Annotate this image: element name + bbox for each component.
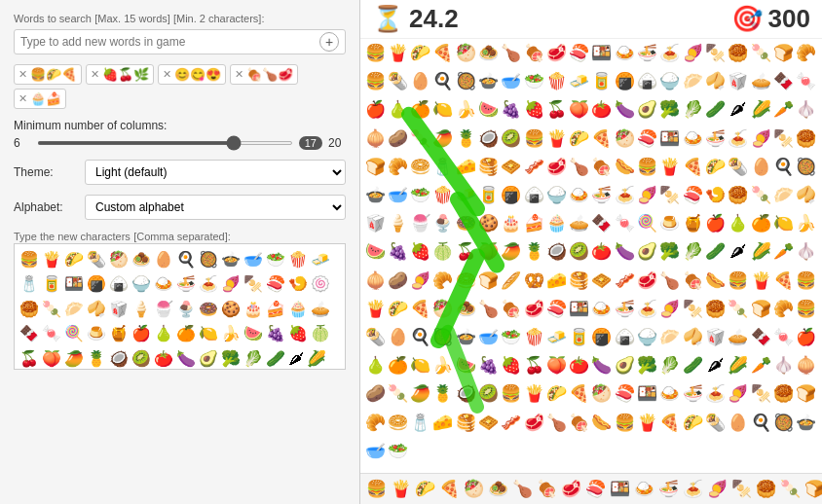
char-cell[interactable]: 🥚 [153, 248, 174, 271]
char-cell[interactable]: 🥣 [243, 248, 264, 271]
game-cell[interactable]: 🍇 [387, 241, 408, 263]
game-cell[interactable]: 🍅 [591, 99, 613, 121]
game-cell[interactable]: 🍖 [501, 299, 522, 320]
char-cell[interactable]: 🍈 [310, 322, 331, 345]
game-cell[interactable]: 🥬 [659, 355, 681, 377]
char-cell[interactable]: 🍑 [41, 347, 62, 370]
game-cell[interactable]: 🥨 [523, 270, 544, 292]
game-cell[interactable]: 🍣 [545, 299, 567, 320]
char-cell[interactable]: 🧁 [287, 298, 309, 321]
game-cell[interactable]: 🍟 [545, 128, 567, 150]
game-cell[interactable]: 🥕 [750, 355, 771, 377]
game-cell[interactable]: 🥡 [728, 71, 749, 92]
char-cell[interactable]: 🍿 [287, 248, 309, 271]
char-cell[interactable]: 🍳 [175, 248, 197, 271]
game-cell[interactable]: 🍫 [750, 327, 771, 348]
game-cell[interactable]: 🌮 [569, 128, 590, 150]
game-cell[interactable]: 🍐 [387, 99, 408, 121]
game-cell[interactable]: 🍣 [637, 128, 658, 150]
char-cell[interactable]: 🥘 [198, 248, 219, 271]
char-cell[interactable]: 🍜 [175, 272, 197, 296]
game-cell[interactable]: 🥡 [364, 213, 386, 234]
game-cell[interactable]: 🥓 [614, 270, 635, 292]
game-cell[interactable]: 🍔 [796, 299, 817, 320]
game-cell[interactable]: 🍢 [682, 299, 703, 320]
game-cell[interactable]: 🍎 [364, 99, 386, 121]
game-cell[interactable]: 🥩 [545, 157, 567, 178]
game-cell[interactable]: 🍘 [501, 185, 522, 206]
game-cell[interactable]: 🥑 [637, 99, 658, 121]
char-cell[interactable]: 🍓 [287, 322, 309, 345]
game-cell[interactable]: 🍕 [591, 128, 613, 150]
game-cell[interactable]: 🥗 [387, 441, 408, 462]
game-cell[interactable]: 🧅 [796, 355, 817, 377]
game-cell[interactable]: 🍔 [523, 128, 544, 150]
game-cell[interactable]: 🥕 [772, 99, 794, 121]
char-cell[interactable]: 🍨 [175, 298, 197, 321]
game-cell[interactable]: 🥠 [682, 327, 703, 348]
game-cell[interactable]: 🥓 [523, 157, 544, 178]
game-cell[interactable]: 🍿 [545, 71, 567, 92]
game-cell[interactable]: 🥝 [477, 383, 499, 405]
char-cell[interactable]: 🍮 [86, 322, 107, 345]
game-cell[interactable]: 🍩 [455, 213, 476, 234]
char-cell[interactable]: 🍡 [41, 298, 62, 321]
game-cell[interactable]: 🥬 [682, 99, 703, 121]
game-cell[interactable]: 🍡 [410, 128, 431, 150]
game-cell[interactable]: 🧈 [545, 327, 567, 348]
game-cell[interactable]: 🥯 [455, 270, 476, 292]
game-cell[interactable]: 🍞 [796, 383, 817, 405]
game-cell[interactable]: 🍔 [501, 383, 522, 405]
game-cell[interactable]: 🥡 [704, 327, 726, 348]
char-cell[interactable]: 🥝 [131, 347, 152, 370]
game-cell[interactable]: 🍘 [614, 71, 635, 92]
game-cell[interactable]: 🍫 [772, 71, 794, 92]
game-cell[interactable]: 🥯 [387, 413, 408, 434]
char-cell[interactable]: 🍲 [220, 248, 242, 271]
game-cell[interactable]: 🥚 [387, 327, 408, 348]
char-cell[interactable]: 🥠 [86, 298, 107, 321]
game-cell[interactable]: 🍳 [432, 71, 454, 92]
char-cell[interactable]: 🥫 [41, 272, 62, 296]
game-cell[interactable]: 🥩 [637, 270, 658, 292]
char-cell[interactable]: 🍐 [153, 322, 174, 345]
game-cell[interactable]: 🍯 [682, 213, 703, 234]
game-cell[interactable]: 🥞 [569, 270, 590, 292]
char-cell[interactable]: 🍧 [153, 298, 174, 321]
game-cell[interactable]: 🍟 [750, 270, 771, 292]
game-cell[interactable]: 🍔 [364, 43, 386, 64]
game-cell[interactable]: 🍕 [432, 43, 454, 64]
game-cell[interactable]: 🍖 [523, 43, 544, 64]
game-cell[interactable]: 🥦 [659, 241, 681, 263]
game-cell[interactable]: 🍗 [545, 413, 567, 434]
game-cell[interactable]: 🍙 [614, 327, 635, 348]
game-cell[interactable]: 🍜 [682, 383, 703, 405]
char-cell[interactable]: 🧂 [19, 272, 40, 296]
game-cell[interactable]: 🍈 [432, 241, 454, 263]
game-cell[interactable]: 🍖 [569, 413, 590, 434]
game-cell[interactable]: 🥒 [704, 241, 726, 263]
game-cell[interactable]: 🍿 [523, 327, 544, 348]
game-cell[interactable]: 🧇 [591, 270, 613, 292]
game-cell[interactable]: 🥐 [387, 157, 408, 178]
char-grid[interactable]: 🍔🍟🌮🌯🥙🧆🥚🍳🥘🍲🥣🥗🍿🧈🧂🥫🍱🍘🍙🍚🍛🍜🍝🍠🍢🍣🍤🍥🥮🍡🥟🥠🥡🍦🍧🍨🍩🍪🎂🍰… [14, 243, 346, 370]
game-cell[interactable]: 🍠 [410, 270, 431, 292]
char-cell[interactable]: 🥙 [108, 248, 130, 271]
game-cell[interactable]: 🍇 [477, 355, 499, 377]
char-cell[interactable]: 🥮 [19, 298, 40, 321]
game-cell[interactable]: 🥫 [477, 185, 499, 206]
game-cell[interactable]: 🌭 [614, 157, 635, 178]
game-cell[interactable]: 🍊 [387, 355, 408, 377]
game-cell[interactable]: 🥟 [772, 185, 794, 206]
game-cell[interactable]: 🌮 [545, 383, 567, 405]
game-cell[interactable]: 🍭 [637, 213, 658, 234]
char-cell[interactable]: 🍔 [19, 248, 40, 271]
game-cell[interactable]: 🍚 [659, 71, 681, 92]
game-cell[interactable]: 🍢 [659, 185, 681, 206]
char-cell[interactable]: 🌮 [63, 248, 85, 271]
tag-1-remove[interactable]: ✕ [19, 69, 27, 80]
game-cell[interactable]: 🍅 [591, 241, 613, 263]
game-cell[interactable]: 🍆 [614, 241, 635, 263]
game-cell[interactable]: 🍇 [501, 99, 522, 121]
game-cell[interactable]: 🥚 [410, 71, 431, 92]
